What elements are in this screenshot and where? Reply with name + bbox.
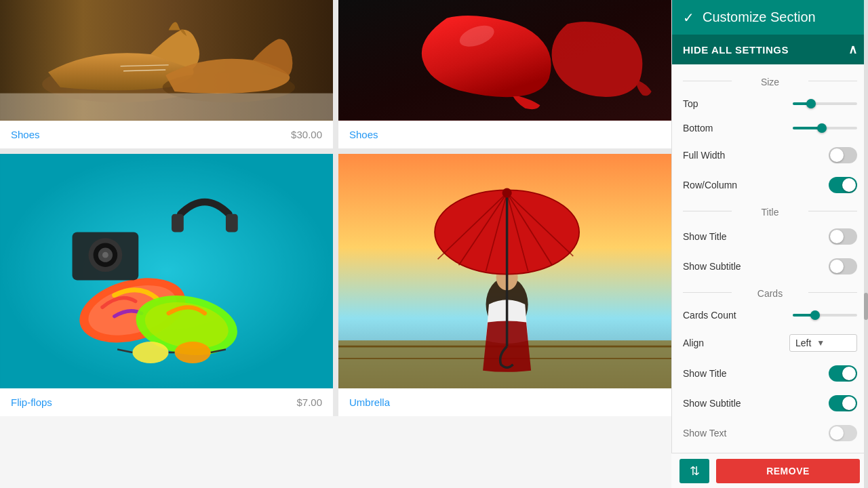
col-separator-1	[333, 0, 338, 148]
product-info-shoes-2: Shoes	[338, 121, 671, 148]
full-width-label: Full Width	[683, 150, 725, 161]
product-name-shoes-1: Shoes	[11, 129, 40, 140]
full-width-knob	[830, 148, 844, 162]
bottom-label: Bottom	[683, 123, 713, 134]
bottom-bar: ⇅ REMOVE	[671, 453, 868, 488]
chevron-down-icon: ▼	[816, 338, 825, 348]
product-name-shoes-2: Shoes	[349, 129, 378, 140]
show-title-1-toggle[interactable]	[829, 228, 857, 245]
show-subtitle-1-knob	[830, 260, 844, 273]
product-card-flipflops: Flip-flops $7.00	[0, 154, 333, 416]
cards-section-label: Cards	[683, 281, 857, 303]
svg-point-25	[174, 342, 210, 363]
chevron-up-icon: ∧	[848, 42, 858, 57]
bottom-slider[interactable]	[793, 127, 857, 129]
show-text-row: Show Text	[683, 418, 857, 448]
row-column-label: Row/Column	[683, 180, 737, 190]
cards-count-label: Cards Count	[683, 310, 736, 321]
size-section-label: Size	[683, 70, 857, 92]
show-title-2-row: Show Title	[683, 359, 857, 388]
show-subtitle-2-row: Show Subtitle	[683, 388, 857, 418]
show-title-1-knob	[830, 230, 844, 243]
product-card-umbrella: Umbrella	[338, 154, 671, 416]
product-price-flipflops: $7.00	[296, 396, 322, 408]
product-info-shoes-1: Shoes $30.00	[0, 121, 333, 148]
hide-all-settings-button[interactable]: HIDE ALL SETTINGS ∧	[672, 35, 868, 64]
top-setting-row: Top	[683, 92, 857, 116]
row-column-toggle[interactable]	[829, 177, 857, 193]
panel-header: ✓ Customize Section	[672, 0, 868, 35]
product-price-shoes-1: $30.00	[291, 129, 322, 140]
product-name-flipflops: Flip-flops	[11, 396, 52, 408]
panel-header-title: Customize Section	[703, 9, 816, 25]
move-icon: ⇅	[690, 464, 700, 479]
show-title-2-label: Show Title	[683, 368, 727, 379]
cards-count-row: Cards Count	[683, 303, 857, 327]
top-label: Top	[683, 98, 698, 109]
show-title-1-row: Show Title	[683, 222, 857, 251]
product-image-shoes-1	[0, 0, 333, 121]
full-width-toggle[interactable]	[829, 147, 857, 163]
flipflops-image	[0, 154, 333, 388]
align-label: Align	[683, 338, 704, 348]
products-row-2: Flip-flops $7.00	[0, 154, 671, 416]
show-title-2-knob	[842, 367, 856, 380]
scrollbar[interactable]	[864, 0, 868, 488]
move-button[interactable]: ⇅	[679, 459, 709, 483]
right-panel: ✓ Customize Section HIDE ALL SETTINGS ∧ …	[671, 0, 868, 488]
product-card-shoes-2: Shoes	[338, 0, 671, 148]
shoes-heels-image	[338, 0, 671, 121]
top-slider[interactable]	[793, 102, 857, 105]
bottom-setting-row: Bottom	[683, 116, 857, 140]
show-text-knob	[830, 426, 844, 440]
umbrella-image	[338, 154, 671, 388]
scrollbar-thumb	[864, 293, 868, 320]
row-column-row: Row/Column	[683, 170, 857, 200]
product-info-flipflops: Flip-flops $7.00	[0, 388, 333, 416]
svg-point-45	[502, 188, 512, 197]
check-icon: ✓	[683, 9, 694, 26]
show-subtitle-1-row: Show Subtitle	[683, 251, 857, 281]
align-dropdown[interactable]: Left ▼	[789, 334, 857, 352]
product-name-umbrella: Umbrella	[349, 396, 390, 408]
align-value: Left	[795, 338, 811, 348]
show-subtitle-1-label: Show Subtitle	[683, 261, 741, 272]
product-image-shoes-2	[338, 0, 671, 121]
svg-rect-6	[0, 94, 333, 121]
svg-point-24	[132, 342, 168, 363]
product-card-shoes-1: Shoes $30.00	[0, 0, 333, 148]
row-separator	[0, 148, 671, 154]
show-text-label: Show Text	[683, 428, 726, 439]
show-title-1-label: Show Title	[683, 231, 727, 242]
hide-all-label: HIDE ALL SETTINGS	[683, 44, 789, 56]
settings-section: Size Top Bottom Full Width Row	[672, 64, 868, 453]
show-text-toggle[interactable]	[829, 425, 857, 441]
show-subtitle-2-knob	[842, 396, 856, 410]
product-image-flipflops	[0, 154, 333, 388]
main-content: Shoes $30.00	[0, 0, 671, 488]
product-image-umbrella	[338, 154, 671, 388]
show-subtitle-1-toggle[interactable]	[829, 258, 857, 274]
col-separator-2	[333, 154, 338, 416]
remove-button[interactable]: REMOVE	[716, 459, 860, 483]
title-section-label: Title	[683, 200, 857, 222]
svg-point-21	[102, 251, 108, 258]
show-subtitle-2-label: Show Subtitle	[683, 398, 741, 409]
show-title-2-toggle[interactable]	[829, 365, 857, 382]
products-row-1: Shoes $30.00	[0, 0, 671, 148]
align-row: Align Left ▼	[683, 327, 857, 359]
product-info-umbrella: Umbrella	[338, 388, 671, 416]
full-width-row: Full Width	[683, 140, 857, 170]
svg-rect-22	[172, 214, 184, 232]
shoes-brown-image	[0, 0, 333, 121]
svg-rect-23	[226, 214, 238, 232]
cards-count-slider[interactable]	[793, 314, 857, 317]
show-subtitle-2-toggle[interactable]	[829, 395, 857, 411]
row-column-knob	[842, 178, 856, 192]
